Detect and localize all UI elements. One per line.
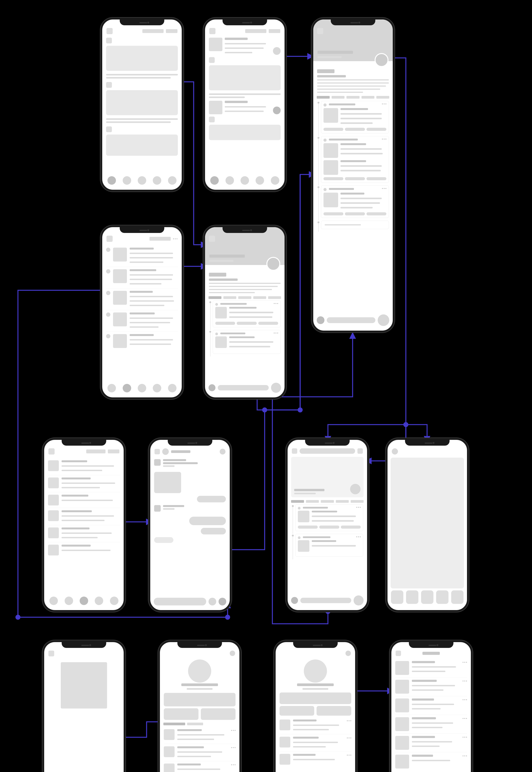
list-item[interactable] <box>395 752 467 771</box>
share-target[interactable] <box>451 590 464 604</box>
attach-icon[interactable] <box>209 598 216 606</box>
list-item[interactable] <box>106 245 178 267</box>
nav-tab-3[interactable] <box>241 176 249 185</box>
conversation-row[interactable] <box>48 542 120 558</box>
nav-tab-4[interactable] <box>256 176 264 185</box>
tab-pill[interactable] <box>142 29 164 33</box>
back-icon[interactable] <box>396 651 401 656</box>
author-avatar[interactable] <box>350 484 361 494</box>
tab[interactable] <box>209 296 221 299</box>
tab[interactable] <box>163 723 185 725</box>
tab[interactable] <box>268 296 281 299</box>
tab-pill[interactable] <box>149 237 171 241</box>
search-input[interactable] <box>300 448 355 454</box>
timeline-item[interactable] <box>291 534 363 557</box>
conversation-row[interactable] <box>48 475 120 492</box>
tab[interactable] <box>336 500 349 503</box>
share-target[interactable] <box>421 590 433 604</box>
input[interactable] <box>300 598 351 603</box>
action-icon[interactable] <box>291 597 298 604</box>
call-icon[interactable] <box>220 449 225 455</box>
text-input[interactable] <box>327 317 375 323</box>
tab[interactable] <box>332 96 345 99</box>
close-icon[interactable] <box>48 651 54 656</box>
tab-pill[interactable] <box>245 29 266 33</box>
post-avatar[interactable] <box>106 38 112 43</box>
list-item[interactable] <box>280 717 351 734</box>
nav-tab[interactable] <box>65 597 73 605</box>
timeline-item[interactable] <box>209 300 281 327</box>
post-avatar[interactable] <box>209 57 215 63</box>
chat-input[interactable] <box>154 598 206 606</box>
more-icon[interactable] <box>463 737 467 738</box>
nav-tab-5[interactable] <box>168 176 176 185</box>
media-preview[interactable] <box>61 662 107 709</box>
chip[interactable] <box>209 273 226 276</box>
settings-icon[interactable] <box>230 651 235 656</box>
timeline-item[interactable] <box>317 136 389 183</box>
list-item[interactable] <box>164 727 236 744</box>
list-item[interactable] <box>395 734 467 752</box>
tab[interactable] <box>291 500 304 503</box>
action-icon[interactable] <box>357 448 363 454</box>
close-icon[interactable] <box>292 448 297 454</box>
post-avatar[interactable] <box>106 82 112 88</box>
tab-pill-2[interactable] <box>166 29 177 33</box>
profile-avatar[interactable] <box>304 660 327 683</box>
action-bar[interactable] <box>108 450 119 453</box>
share-target[interactable] <box>436 590 448 604</box>
list-item[interactable] <box>106 288 178 310</box>
more-icon[interactable] <box>463 681 467 682</box>
tab[interactable] <box>321 500 334 503</box>
profile-avatar[interactable] <box>188 660 211 683</box>
list-item[interactable] <box>106 310 178 332</box>
tab[interactable] <box>187 723 203 725</box>
nav-tab-1[interactable] <box>210 176 219 185</box>
tab[interactable] <box>376 96 389 99</box>
fab[interactable] <box>354 595 364 606</box>
more-icon[interactable] <box>231 730 236 731</box>
more-icon[interactable] <box>231 747 236 748</box>
hero-avatar[interactable] <box>266 257 280 271</box>
list-item[interactable] <box>280 752 351 767</box>
stat-card[interactable] <box>317 706 351 716</box>
feed-card[interactable] <box>106 134 178 156</box>
feed-card[interactable] <box>209 125 281 140</box>
send-icon[interactable] <box>219 598 226 606</box>
list-item[interactable] <box>395 696 467 715</box>
post-avatar[interactable] <box>106 126 112 132</box>
list-item[interactable] <box>395 715 467 734</box>
list-item[interactable] <box>164 761 236 772</box>
fab[interactable] <box>271 383 281 393</box>
nav-tab-4[interactable] <box>153 176 161 185</box>
stat-card[interactable] <box>280 693 351 704</box>
nav-tab[interactable] <box>49 597 58 605</box>
more-icon[interactable] <box>231 764 236 765</box>
stat-card[interactable] <box>201 708 236 720</box>
tab[interactable] <box>306 500 319 503</box>
media-thumb[interactable] <box>209 38 222 51</box>
avatar-icon[interactable] <box>106 236 113 242</box>
list-item[interactable] <box>280 734 351 752</box>
nav-tab[interactable] <box>153 384 161 393</box>
conversation-row[interactable] <box>48 508 120 525</box>
nav-tab[interactable] <box>95 597 103 605</box>
close-icon[interactable] <box>392 448 398 455</box>
timeline-item[interactable] <box>317 221 389 229</box>
more-icon[interactable] <box>347 737 351 738</box>
tab[interactable] <box>238 296 251 299</box>
nav-tab[interactable] <box>168 384 176 393</box>
chat-avatar[interactable] <box>162 448 169 455</box>
nav-tab-1[interactable] <box>107 176 116 185</box>
nav-tab[interactable] <box>123 384 131 393</box>
share-target[interactable] <box>406 590 418 604</box>
more-icon[interactable] <box>463 699 467 700</box>
action-fab[interactable] <box>273 106 281 114</box>
action-icon[interactable] <box>209 384 215 391</box>
more-icon[interactable] <box>347 720 351 721</box>
share-target[interactable] <box>391 590 403 604</box>
conversation-row[interactable] <box>48 458 120 475</box>
back-icon[interactable] <box>155 449 160 454</box>
back-icon[interactable] <box>317 28 323 34</box>
more-icon[interactable] <box>463 662 467 663</box>
